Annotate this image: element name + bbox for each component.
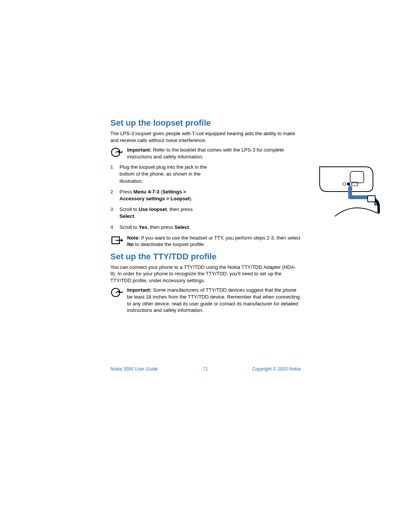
step-number: 4: [110, 224, 116, 231]
important-loopset: Important: Refer to the booklet that com…: [110, 147, 301, 160]
step-number: 3: [110, 206, 116, 220]
intro-tty: You can connect your phone to a TTY/TDD …: [110, 264, 301, 284]
loopset-illustration: [312, 163, 381, 220]
page-content: Set up the loopset profile The LPS-3 loo…: [110, 118, 301, 318]
note-label: Note:: [127, 235, 140, 241]
page-footer: Nokia 3595 User Guide 71 Copyright © 200…: [110, 366, 301, 372]
note-loopset: Note: If you want to use the headset or …: [110, 235, 301, 248]
svg-marker-11: [122, 291, 123, 293]
step-text: Plug the loopset plug into the jack in t…: [119, 164, 209, 185]
note-icon: [110, 235, 123, 246]
important-icon: [110, 287, 123, 298]
step-4: 4 Scroll to Yes, then press Select.: [110, 224, 209, 231]
intro-loopset: The LPS-3 loopset gives people with T-co…: [110, 130, 301, 144]
heading-loopset: Set up the loopset profile: [110, 118, 301, 128]
note-text: Note: If you want to use the headset or …: [127, 235, 301, 248]
svg-marker-1: [122, 151, 123, 153]
important-body: Some manufacturers of TTY/TDD devices su…: [127, 287, 300, 313]
important-tty: Important: Some manufacturers of TTY/TDD…: [110, 287, 301, 313]
important-label: Important:: [127, 147, 151, 153]
important-text: Important: Some manufacturers of TTY/TDD…: [127, 287, 301, 313]
step-text: Press Menu 4-7-3 (Settings > Accessory s…: [119, 189, 209, 202]
step-2: 2 Press Menu 4-7-3 (Settings > Accessory…: [110, 189, 209, 202]
step-text: Scroll to Yes, then press Select.: [119, 224, 190, 231]
svg-rect-7: [368, 196, 375, 202]
steps-loopset: 1 Plug the loopset plug into the jack in…: [110, 164, 301, 231]
step-number: 2: [110, 189, 116, 202]
step-text: Scroll to Use loopset, then press Select…: [119, 206, 209, 220]
svg-marker-9: [121, 239, 123, 242]
svg-rect-2: [350, 171, 364, 183]
step-number: 1: [110, 164, 116, 185]
heading-tty: Set up the TTY/TDD profile: [110, 252, 301, 262]
step-3: 3 Scroll to Use loopset, then press Sele…: [110, 206, 209, 220]
important-text: Important: Refer to the booklet that com…: [127, 147, 301, 160]
footer-page-number: 71: [110, 366, 301, 372]
important-label: Important:: [127, 287, 151, 293]
important-icon: [110, 147, 123, 158]
step-1: 1 Plug the loopset plug into the jack in…: [110, 164, 209, 185]
svg-point-4: [347, 182, 350, 185]
